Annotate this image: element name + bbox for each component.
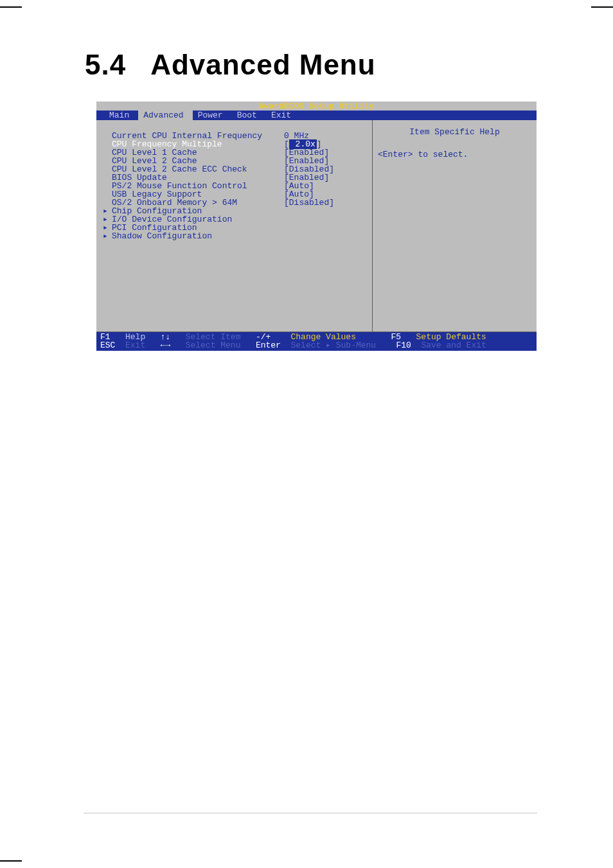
enter-label: Enter — [256, 341, 281, 350]
help-title: Item Specific Help — [378, 127, 531, 150]
submenu-icon — [103, 148, 112, 157]
submenu-icon — [103, 182, 112, 190]
submenu-arrow-icon: ▸ — [103, 232, 112, 240]
help-text: <Enter> to select. — [378, 150, 531, 159]
setting-label: Shadow Configuration — [112, 232, 284, 240]
bios-main-panel: Current CPU Internal Frequency 0 MHz CPU… — [96, 120, 373, 332]
arrows-leftright-icon: ←→ — [161, 341, 171, 350]
setting-row[interactable]: ▸ Shadow Configuration — [103, 232, 371, 240]
select-menu-label: Select Menu — [186, 341, 241, 350]
footer-divider — [84, 813, 537, 813]
tab-power[interactable]: Power — [193, 111, 232, 120]
setting-value: [Disabled] — [284, 199, 334, 207]
bios-setup-screenshot: AwardBIOS Setup Utility Main Advanced Po… — [96, 102, 537, 351]
exit-label: Exit — [125, 341, 145, 350]
submenu-icon — [103, 165, 112, 173]
fkey-f10: F10 — [396, 341, 411, 350]
save-exit-label: Save and Exit — [421, 341, 486, 350]
tab-advanced[interactable]: Advanced — [138, 111, 192, 120]
fkey-esc: ESC — [100, 341, 115, 350]
select-submenu-label: Select ▸ Sub-Menu — [291, 341, 377, 350]
tab-exit[interactable]: Exit — [266, 111, 300, 120]
bios-footer: F1 Help ↑↓ Select Item -/+ Change Values… — [96, 332, 537, 351]
crop-mark — [0, 860, 22, 862]
bios-menu-bar: Main Advanced Power Boot Exit — [96, 111, 537, 120]
section-title: Advanced Menu — [150, 49, 375, 80]
section-number: 5.4 — [85, 49, 126, 80]
submenu-icon — [103, 140, 112, 148]
submenu-icon — [103, 190, 112, 199]
submenu-icon — [103, 132, 112, 140]
submenu-icon — [103, 157, 112, 165]
tab-boot[interactable]: Boot — [232, 111, 266, 120]
bios-body: Current CPU Internal Frequency 0 MHz CPU… — [96, 120, 537, 332]
tab-main[interactable]: Main — [104, 111, 138, 120]
crop-mark — [0, 6, 22, 8]
crop-mark — [591, 6, 613, 8]
bios-help-panel: Item Specific Help <Enter> to select. — [373, 120, 537, 332]
bios-title: AwardBIOS Setup Utility — [96, 102, 537, 111]
submenu-icon — [103, 173, 112, 182]
page: 5.4 Advanced Menu AwardBIOS Setup Utilit… — [0, 0, 613, 868]
section-heading: 5.4 Advanced Menu — [85, 49, 376, 81]
